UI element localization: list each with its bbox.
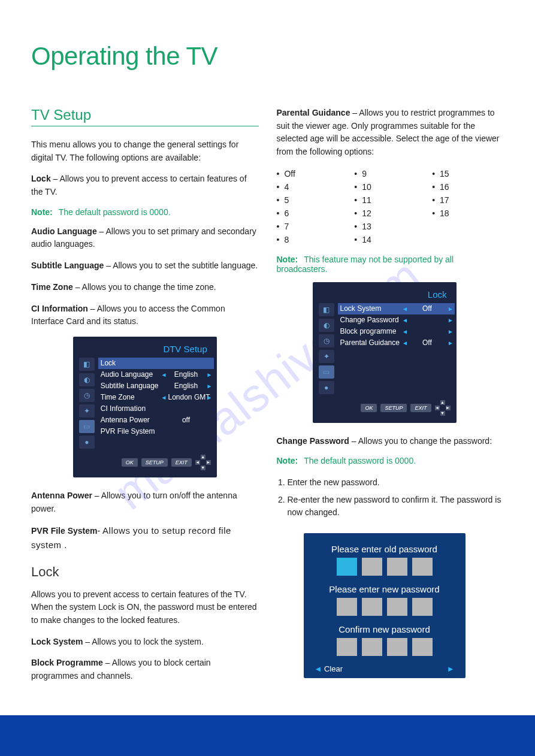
- lock-icon: ●: [319, 381, 334, 394]
- pwd-box: [387, 598, 407, 616]
- osd-password: Please enter old password Please enter n…: [304, 533, 466, 678]
- page-title: Operating the TV: [31, 42, 504, 71]
- step-2: Re-enter the new password to confirm it.…: [288, 491, 504, 521]
- osd-dtv-setup: DTV Setup ◧ ◐ ◷ ✦ ▭ ● Lock Audio Langu: [73, 337, 217, 477]
- osd-category-icons: ◧ ◐ ◷ ✦ ▭ ●: [79, 358, 95, 449]
- sound-icon: ◐: [79, 373, 95, 386]
- lock-icon: ●: [79, 436, 95, 449]
- subsection-lock: Lock: [31, 564, 259, 580]
- def-change-password: Change Password – Allows you to change t…: [277, 435, 504, 448]
- right-arrow-icon: ►: [447, 664, 455, 673]
- osd-row-lock: Lock: [98, 358, 214, 369]
- def-pvr: PVR File System- Allows you to setup rec…: [31, 524, 259, 552]
- clock-icon: ◷: [319, 334, 334, 347]
- osd-row-blockprog: Block programme◄►: [338, 326, 455, 337]
- pg-opt: Off: [277, 167, 349, 180]
- pg-opt: 8: [277, 233, 349, 246]
- pg-opt: 4: [277, 180, 349, 193]
- pg-opt: 10: [354, 180, 426, 193]
- def-audio-language: Audio Language – Allows you to set prima…: [31, 225, 259, 251]
- osd-ok-button: OK: [122, 458, 138, 467]
- left-column: TV Setup This menu allows you to change …: [31, 107, 259, 691]
- note-default-password-2: Note:The default password is 0000.: [277, 456, 504, 465]
- pg-col-1: Off 4 5 6 7 8: [277, 167, 349, 246]
- pwd-box: [362, 638, 382, 656]
- tv-icon: ▭: [319, 365, 334, 379]
- pwd-box: [412, 638, 433, 656]
- osd-row-changepw: Change Password◄►: [338, 315, 455, 326]
- def-block-programme: Block Programme – Allows you to block ce…: [31, 657, 259, 682]
- osd-lock: Lock ◧ ◐ ◷ ✦ ▭ ● Lock System◄Off► Chan: [313, 282, 457, 423]
- pg-opt: 11: [354, 193, 426, 207]
- osd-title: DTV Setup: [79, 343, 211, 358]
- osd-nav-buttons: OK SETUP EXIT ▲◄►▼: [79, 455, 211, 470]
- osd-menu-list: Lock Audio Language◄English► Subtitle La…: [98, 358, 214, 449]
- settings-icon: ✦: [79, 404, 95, 418]
- pg-opt: 17: [432, 193, 504, 207]
- pwd-label-old: Please enter old password: [315, 544, 455, 554]
- parental-options-grid: Off 4 5 6 7 8 9 10 11 12 13 14: [277, 167, 504, 246]
- dpad-icon: ▲◄►▼: [195, 455, 211, 470]
- def-lock-system: Lock System – Allows you to lock the sys…: [31, 636, 259, 649]
- pwd-box: [412, 598, 433, 616]
- osd-ok-button: OK: [361, 404, 377, 412]
- osd-setup-button: SETUP: [141, 458, 168, 467]
- osd-row-timezone: Time Zone◄London GMT►: [98, 392, 214, 403]
- pwd-boxes-confirm: [315, 638, 455, 656]
- osd-nav-buttons: OK SETUP EXIT ▲◄►▼: [319, 400, 451, 416]
- osd-row-parental: Parental Guidance◄Off►: [338, 337, 455, 349]
- pwd-box: [387, 638, 407, 656]
- osd-row-pvr: PVR File System: [98, 426, 214, 437]
- pg-opt: 13: [354, 220, 426, 233]
- right-column: Parental Guidance – Allows you to restri…: [277, 107, 504, 691]
- section-heading-tv-setup: TV Setup: [31, 107, 259, 126]
- pg-opt: 14: [354, 233, 426, 246]
- def-parental-guidance: Parental Guidance – Allows you to restri…: [277, 107, 504, 159]
- def-subtitle-language: Subtitle Language – Allows you to set th…: [31, 259, 259, 273]
- osd-row-audio: Audio Language◄English►: [98, 369, 214, 380]
- pg-opt: 7: [277, 220, 349, 233]
- pwd-box: [337, 558, 357, 576]
- pwd-boxes-new: [315, 598, 455, 616]
- def-lock: Lock – Allows you to prevent access to c…: [31, 173, 259, 198]
- pg-col-2: 9 10 11 12 13 14: [354, 167, 426, 246]
- pwd-boxes-old: [315, 558, 455, 576]
- pwd-box: [412, 558, 433, 576]
- camera-icon: ◧: [319, 303, 334, 316]
- osd-title: Lock: [319, 288, 451, 303]
- pg-opt: 6: [277, 207, 349, 220]
- pwd-box: [337, 638, 357, 656]
- osd-exit-button: EXIT: [171, 458, 192, 467]
- pg-opt: 15: [432, 167, 504, 180]
- pg-opt: 18: [432, 207, 504, 220]
- pwd-box: [387, 558, 407, 576]
- clock-icon: ◷: [79, 389, 95, 402]
- note-broadcaster: Note:This feature may not be supported b…: [277, 255, 504, 274]
- osd-menu-list: Lock System◄Off► Change Password◄► Block…: [338, 303, 455, 394]
- osd-row-antenna: Antenna Poweroff: [98, 415, 214, 426]
- osd-setup-button: SETUP: [380, 404, 407, 412]
- pwd-footer: Clear ►: [315, 664, 455, 673]
- pg-col-3: 15 16 17 18: [432, 167, 504, 246]
- osd-row-locksystem: Lock System◄Off►: [338, 303, 455, 315]
- clear-label: Clear: [315, 664, 343, 673]
- camera-icon: ◧: [79, 358, 95, 371]
- osd-row-subtitle: Subtitle LanguageEnglish►: [98, 380, 214, 392]
- pwd-label-confirm: Confirm new password: [315, 624, 455, 634]
- footer-bar: [0, 715, 535, 756]
- osd-exit-button: EXIT: [410, 404, 431, 412]
- pwd-box: [337, 598, 357, 616]
- tv-icon: ▭: [79, 420, 95, 433]
- lock-intro: Allows you to prevent access to certain …: [31, 588, 259, 627]
- osd-category-icons: ◧ ◐ ◷ ✦ ▭ ●: [319, 303, 334, 394]
- password-steps: Enter the new password. Re-enter the new…: [288, 474, 504, 521]
- pg-opt: 12: [354, 207, 426, 220]
- pg-opt: 5: [277, 193, 349, 207]
- osd-row-ci: CI Information: [98, 403, 214, 415]
- intro-paragraph: This menu allows you to change the gener…: [31, 138, 259, 164]
- dpad-icon: ▲◄►▼: [435, 400, 451, 416]
- page-content: Operating the TV TV Setup This menu allo…: [0, 0, 535, 691]
- step-1: Enter the new password.: [288, 474, 504, 491]
- pwd-label-new: Please enter new password: [315, 584, 455, 594]
- pg-opt: 9: [354, 167, 426, 180]
